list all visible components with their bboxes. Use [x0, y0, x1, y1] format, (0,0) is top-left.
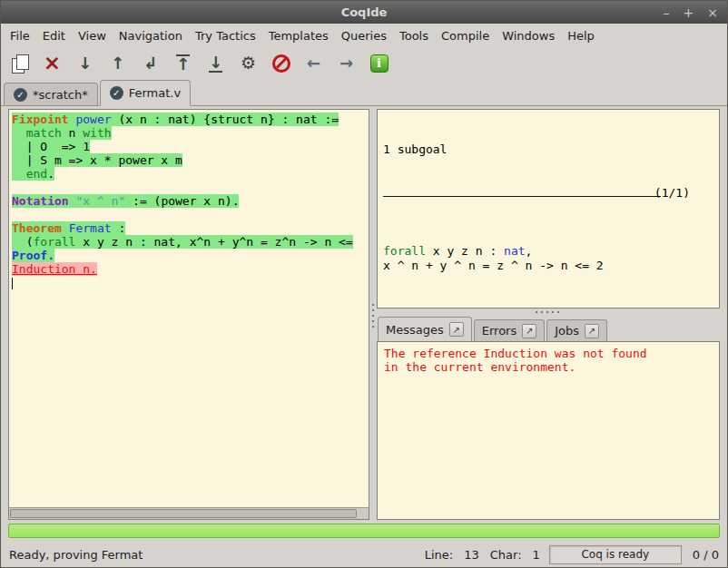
run-to-end-button[interactable]: ↓ — [204, 52, 227, 74]
worker-counter: 0 / 0 — [693, 548, 719, 562]
messages-detach-button[interactable]: ↗ — [449, 322, 464, 337]
menu-edit[interactable]: Edit — [36, 25, 72, 46]
menu-compile[interactable]: Compile — [435, 25, 496, 46]
code-token: : — [112, 221, 126, 235]
code-token: "x ^ n" — [75, 194, 125, 208]
close-button[interactable]: × — [707, 6, 718, 19]
menu-file[interactable]: File — [4, 25, 36, 46]
toolbar: ×↓↑↲↑↓⚙←→i — [1, 47, 727, 79]
stop-button[interactable]: × — [41, 52, 64, 74]
interrupt-button[interactable] — [270, 52, 292, 74]
processed-region: Notation "x ^ n" := (power x n). — [12, 194, 239, 208]
code-token: | O => 1 — [12, 140, 90, 153]
processed-check-icon: ✓ — [14, 88, 27, 102]
status-text: Ready, proving Fermat — [9, 548, 143, 562]
code-line[interactable] — [12, 181, 369, 194]
goto-cursor-button[interactable]: ↲ — [139, 52, 162, 74]
window-controls: –+× — [664, 1, 718, 24]
new-page-button[interactable] — [8, 52, 31, 74]
code-line[interactable] — [12, 276, 369, 289]
code-token: Fermat — [69, 221, 112, 235]
code-line[interactable]: Induction n. — [12, 262, 369, 276]
menu-windows[interactable]: Windows — [496, 25, 561, 46]
step-backward-button[interactable]: ↑ — [106, 52, 129, 74]
menu-tools[interactable]: Tools — [393, 25, 435, 46]
window-title: CoqIde — [341, 5, 388, 19]
errors-detach-button[interactable]: ↗ — [522, 324, 536, 338]
char-value: 1 — [533, 548, 540, 562]
statusbar-right: Line: 13 Char: 1 Coq is ready 0 / 0 — [425, 545, 719, 564]
tab-fermat-v[interactable]: ✓Fermat.v — [100, 80, 191, 106]
code-token: , — [526, 244, 533, 258]
tab-label: *scratch* — [33, 88, 88, 102]
code-token: power — [75, 113, 111, 126]
menu-navigation[interactable]: Navigation — [113, 25, 189, 46]
statusbar: Ready, proving Fermat Line: 13 Char: 1 C… — [1, 542, 727, 567]
back-button[interactable]: ← — [302, 52, 325, 74]
console-tab-label: Errors — [482, 324, 516, 338]
tab-label: Fermat.v — [129, 86, 181, 100]
code-line[interactable]: Fixpoint power (x n : nat) {struct n} : … — [12, 113, 369, 126]
progress-bar — [8, 524, 720, 538]
code-line[interactable]: Notation "x ^ n" := (power x n). — [12, 194, 369, 208]
menu-templates[interactable]: Templates — [262, 25, 335, 46]
code-line[interactable] — [12, 208, 369, 221]
scrollbar-thumb[interactable] — [10, 509, 357, 518]
right-column: 1 subgoal (1/1) forall x y z n : nat,x ^… — [377, 109, 720, 520]
code-token — [12, 126, 26, 140]
console-tab-messages[interactable]: Messages↗ — [378, 317, 472, 341]
code-line[interactable]: Proof. — [12, 249, 369, 262]
maximize-button[interactable]: + — [684, 6, 694, 19]
tab-scratch[interactable]: ✓*scratch* — [4, 83, 98, 105]
script-editor[interactable]: Fixpoint power (x n : nat) {struct n} : … — [9, 110, 369, 507]
coqide-window: CoqIde –+× FileEditViewNavigationTry Tac… — [0, 0, 728, 568]
step-forward-button[interactable]: ↓ — [74, 52, 96, 74]
message-line: The reference Induction was not found — [384, 347, 713, 360]
code-token: Notation — [12, 194, 69, 208]
preferences-button[interactable]: ⚙ — [237, 52, 260, 74]
console-tab-jobs[interactable]: Jobs↗ — [546, 319, 607, 341]
vertical-splitter[interactable] — [369, 109, 377, 520]
subgoal-header: 1 subgoal — [383, 142, 713, 157]
processed-region: end. — [12, 167, 54, 181]
line-label: Line: — [425, 548, 453, 562]
menu-queries[interactable]: Queries — [335, 25, 393, 46]
titlebar[interactable]: CoqIde –+× — [1, 1, 727, 24]
minimize-button[interactable]: – — [664, 6, 670, 19]
code-line[interactable]: (forall x y z n : nat, x^n + y^n = z^n -… — [12, 235, 369, 249]
code-line[interactable]: | S m => x * power x m — [12, 153, 369, 167]
console-tab-bar: Messages↗Errors↗Jobs↗ — [377, 317, 720, 341]
code-line[interactable]: Theorem Fermat : — [12, 221, 369, 235]
restart-icon: ↑ — [176, 54, 190, 73]
horizontal-splitter[interactable] — [377, 308, 720, 317]
new-page-icon — [12, 54, 28, 73]
menu-view[interactable]: View — [72, 25, 113, 46]
text-caret — [12, 278, 13, 289]
code-token: x y z n : nat, x^n + y^n = z^n -> n <= — [75, 235, 352, 249]
goal-rule-line — [383, 196, 661, 197]
about-button[interactable]: i — [368, 52, 390, 74]
messages-view[interactable]: The reference Induction was not foundin … — [377, 341, 720, 520]
goal-separator: (1/1) — [383, 186, 713, 201]
code-line[interactable]: | O => 1 — [12, 140, 369, 153]
processed-region: Proof. — [12, 249, 54, 262]
jobs-detach-button[interactable]: ↗ — [585, 324, 599, 338]
code-line[interactable]: end. — [12, 167, 369, 181]
console-tab-errors[interactable]: Errors↗ — [474, 319, 545, 341]
main-area: Fixpoint power (x n : nat) {struct n} : … — [1, 106, 727, 522]
goto-cursor-icon: ↲ — [143, 55, 157, 72]
forward-button[interactable]: → — [335, 52, 358, 74]
processed-region: | O => 1 — [12, 140, 90, 153]
code-token — [12, 167, 26, 181]
stop-icon: × — [44, 53, 61, 73]
run-to-end-icon: ↓ — [209, 54, 222, 73]
code-token: x y z n : — [426, 244, 504, 258]
menu-try-tactics[interactable]: Try Tactics — [189, 25, 262, 46]
restart-button[interactable]: ↑ — [172, 52, 194, 74]
message-line: in the current environment. — [384, 360, 713, 374]
code-token: end — [26, 167, 47, 181]
menu-help[interactable]: Help — [561, 25, 601, 46]
code-line[interactable]: match n with — [12, 126, 369, 140]
horizontal-scrollbar[interactable] — [9, 507, 369, 519]
code-token: Proof. — [12, 249, 54, 262]
